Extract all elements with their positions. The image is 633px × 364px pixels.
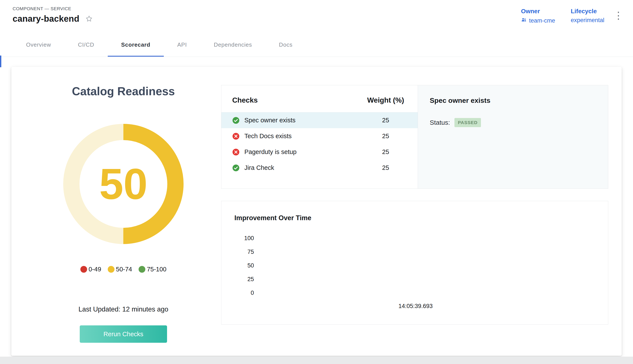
tab-dependencies[interactable]: Dependencies — [200, 33, 266, 56]
check-failed-icon — [232, 132, 240, 140]
owner-label: Owner — [521, 8, 555, 15]
page-bottom-edge — [0, 356, 633, 364]
lifecycle-value[interactable]: experimental — [571, 17, 604, 24]
legend-dot-yellow — [108, 266, 114, 273]
last-updated-text: Last Updated: 12 minutes ago — [78, 306, 168, 313]
check-row[interactable]: Pagerduty is setup 25 — [221, 144, 418, 160]
tab-cicd[interactable]: CI/CD — [65, 33, 108, 56]
check-passed-icon — [232, 117, 240, 124]
status-badge: PASSED — [455, 118, 481, 127]
scorecard-title: Catalog Readiness — [72, 84, 175, 98]
score-value: 50 — [63, 124, 183, 244]
group-icon — [521, 17, 527, 24]
tab-overview[interactable]: Overview — [13, 33, 65, 56]
favorite-star-icon[interactable] — [85, 15, 93, 23]
legend-item-mid: 50-74 — [108, 266, 132, 273]
improvement-chart-panel: Improvement Over Time 100 75 50 25 0 14:… — [221, 201, 608, 324]
check-weight: 25 — [366, 148, 405, 156]
rerun-checks-button[interactable]: Rerun Checks — [80, 326, 167, 343]
check-passed-icon — [232, 164, 240, 172]
check-name: Tech Docs exists — [244, 132, 366, 140]
weight-column-header: Weight (%) — [366, 96, 405, 104]
check-row[interactable]: Jira Check 25 — [221, 160, 418, 176]
checks-and-chart-panel: Checks Weight (%) Spec owner exists 25 — [221, 84, 608, 343]
score-legend: 0-49 50-74 75-100 — [80, 266, 167, 273]
y-tick: 0 — [234, 286, 256, 300]
check-weight: 25 — [366, 132, 405, 140]
y-tick: 100 — [234, 232, 256, 245]
scorecard-card: Catalog Readiness 50 0-49 50-74 — [11, 67, 622, 356]
owner-link[interactable]: team-cme — [521, 17, 555, 24]
tab-scorecard[interactable]: Scorecard — [108, 33, 164, 56]
lifecycle-block: Lifecycle experimental — [571, 8, 604, 24]
check-failed-icon — [232, 148, 240, 156]
x-tick: 14:05:39.693 — [398, 303, 433, 310]
check-row[interactable]: Tech Docs exists 25 — [221, 128, 418, 144]
improvement-chart-title: Improvement Over Time — [234, 214, 595, 222]
left-accent-bar — [0, 56, 1, 67]
lifecycle-label: Lifecycle — [571, 8, 604, 15]
legend-dot-green — [139, 266, 145, 273]
y-tick: 25 — [234, 272, 256, 286]
check-detail-title: Spec owner exists — [430, 96, 596, 104]
scorecard-page: Catalog Readiness 50 0-49 50-74 — [0, 57, 633, 356]
score-gauge: 50 — [63, 124, 183, 244]
owner-value: team-cme — [529, 17, 555, 24]
checks-table: Checks Weight (%) Spec owner exists 25 — [221, 85, 418, 188]
check-weight: 25 — [366, 164, 405, 171]
legend-label: 0-49 — [89, 266, 101, 273]
check-name: Jira Check — [244, 164, 366, 171]
chart-x-axis: 14:05:39.693 — [234, 303, 595, 310]
page-title: canary-backend — [13, 14, 79, 24]
checks-table-header: Checks Weight (%) — [221, 85, 418, 112]
tab-api[interactable]: API — [164, 33, 200, 56]
checks-box: Checks Weight (%) Spec owner exists 25 — [221, 85, 608, 189]
status-label: Status: — [430, 119, 450, 126]
entity-tabs: Overview CI/CD Scorecard API Dependencie… — [0, 33, 633, 57]
check-name: Spec owner exists — [244, 117, 366, 124]
improvement-line-chart: 100 75 50 25 0 14:05:39.693 — [234, 232, 595, 310]
kebab-menu-icon[interactable]: ⋮ — [611, 10, 625, 21]
chart-y-axis: 100 75 50 25 0 — [234, 232, 256, 300]
check-weight: 25 — [366, 117, 405, 124]
legend-item-high: 75-100 — [139, 266, 166, 273]
check-row[interactable]: Spec owner exists 25 — [221, 112, 418, 128]
legend-label: 75-100 — [147, 266, 166, 273]
owner-block: Owner team-cme — [521, 8, 555, 24]
legend-item-low: 0-49 — [80, 266, 101, 273]
entity-header: COMPONENT — SERVICE canary-backend Owner — [0, 0, 633, 33]
catalog-readiness-panel: Catalog Readiness 50 0-49 50-74 — [26, 84, 221, 343]
tab-docs[interactable]: Docs — [266, 33, 306, 56]
y-tick: 50 — [234, 259, 256, 272]
check-name: Pagerduty is setup — [244, 148, 366, 156]
check-detail-panel: Spec owner exists Status: PASSED — [418, 85, 608, 188]
legend-label: 50-74 — [116, 266, 132, 273]
checks-column-header: Checks — [232, 96, 366, 104]
y-tick: 75 — [234, 245, 256, 259]
legend-dot-red — [80, 266, 87, 273]
